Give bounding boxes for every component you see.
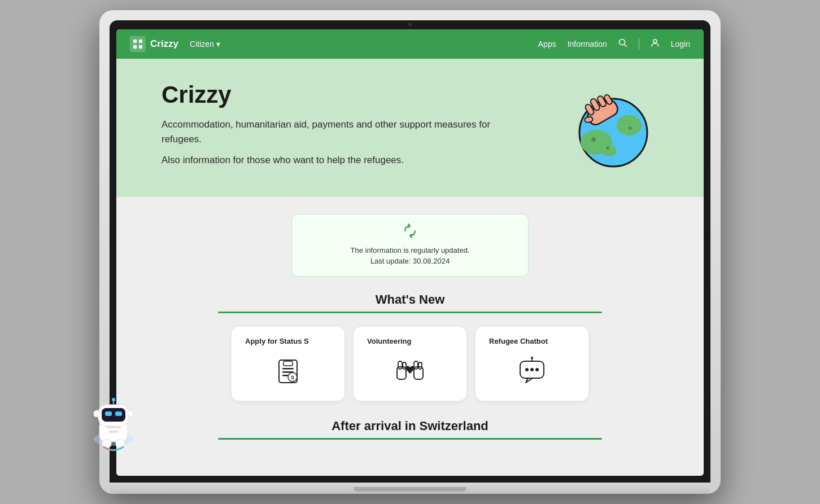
svg-rect-24 (283, 361, 293, 366)
update-text-1: The information is regularly updated. (306, 245, 514, 256)
logo-text: Crizzy (150, 38, 178, 50)
screen: Crizzy Citizen ▾ Apps Information (116, 29, 704, 476)
hero-title: Crizzy (162, 81, 568, 108)
svg-point-9 (617, 115, 642, 135)
webcam-notch (393, 20, 427, 28)
citizen-label: Citizen (190, 40, 214, 49)
webcam-dot (408, 23, 412, 26)
nav-logo[interactable]: Crizzy (130, 36, 178, 52)
chevron-down-icon: ▾ (216, 40, 220, 49)
nav-information-link[interactable]: Information (568, 40, 607, 49)
whats-new-underline (218, 312, 602, 313)
svg-point-6 (653, 40, 657, 43)
svg-rect-0 (133, 40, 137, 43)
svg-point-34 (525, 368, 529, 371)
hero-section: Crizzy Accommodation, humanitarian aid, … (116, 59, 704, 197)
svg-rect-32 (418, 362, 422, 369)
svg-rect-31 (414, 361, 418, 369)
update-text-2: Last update: 30.08.2024 (306, 256, 514, 267)
refresh-icon (306, 223, 514, 242)
svg-rect-45 (94, 410, 99, 417)
svg-point-38 (531, 357, 533, 359)
svg-rect-46 (128, 410, 133, 417)
laptop-base (110, 483, 710, 494)
svg-rect-44 (115, 411, 122, 416)
svg-rect-50 (108, 431, 119, 433)
card-apply-status[interactable]: Apply for Status S (232, 327, 344, 401)
after-arrival-underline (218, 438, 602, 440)
screen-bezel: Crizzy Citizen ▾ Apps Information (110, 20, 710, 483)
card-refugee-chatbot-icon (489, 354, 575, 388)
card-apply-status-label: Apply for Status S (245, 337, 331, 345)
svg-rect-3 (139, 45, 142, 49)
svg-rect-43 (105, 411, 112, 416)
svg-rect-19 (585, 116, 593, 122)
card-volunteering-icon (367, 354, 453, 388)
robot-mascot (88, 397, 139, 453)
laptop-frame: Crizzy Citizen ▾ Apps Information (99, 10, 721, 494)
svg-rect-29 (403, 362, 406, 369)
svg-point-36 (535, 368, 539, 371)
nav-apps-link[interactable]: Apps (538, 40, 556, 49)
nav-right: Apps Information (538, 38, 690, 50)
navbar: Crizzy Citizen ▾ Apps Information (116, 29, 704, 59)
screen-wrapper: Crizzy Citizen ▾ Apps Information (116, 29, 704, 476)
nav-citizen-dropdown[interactable]: Citizen ▾ (190, 40, 220, 49)
svg-point-48 (112, 398, 115, 401)
svg-point-11 (591, 137, 596, 142)
whats-new-title: What's New (162, 292, 658, 307)
svg-rect-49 (106, 426, 121, 428)
hero-desc-1: Accommodation, humanitarian aid, payment… (162, 117, 500, 146)
whats-new-cards: Apply for Status S (162, 327, 658, 401)
update-notice-card: The information is regularly updated. La… (291, 214, 529, 277)
card-volunteering[interactable]: Volunteering (354, 327, 466, 401)
card-volunteering-label: Volunteering (367, 337, 453, 345)
laptop-foot (354, 487, 466, 492)
after-arrival-section: After arrival in Switzerland (162, 419, 658, 459)
svg-rect-28 (398, 361, 402, 369)
svg-rect-1 (139, 40, 142, 43)
nav-divider (639, 38, 639, 50)
globe-illustration (568, 83, 658, 173)
main-content: The information is regularly updated. La… (116, 197, 704, 476)
svg-point-13 (606, 146, 609, 150)
card-refugee-chatbot[interactable]: Refugee Chatbot (476, 327, 588, 401)
login-link[interactable]: Login (671, 40, 690, 49)
svg-rect-21 (282, 368, 294, 370)
svg-point-12 (629, 126, 632, 130)
svg-rect-2 (133, 45, 137, 49)
card-apply-status-icon: S (245, 354, 331, 388)
search-button[interactable] (618, 38, 627, 50)
after-arrival-title: After arrival in Switzerland (162, 419, 658, 433)
whats-new-section: What's New Apply for Status S (162, 292, 658, 401)
hero-desc-2: Also information for those who want to h… (162, 153, 500, 168)
card-refugee-chatbot-label: Refugee Chatbot (489, 337, 575, 345)
user-button[interactable] (651, 38, 660, 50)
logo-icon (130, 36, 146, 52)
svg-line-5 (624, 45, 626, 47)
svg-text:S: S (291, 375, 294, 380)
hero-text: Crizzy Accommodation, humanitarian aid, … (162, 81, 568, 174)
svg-point-35 (530, 368, 534, 371)
